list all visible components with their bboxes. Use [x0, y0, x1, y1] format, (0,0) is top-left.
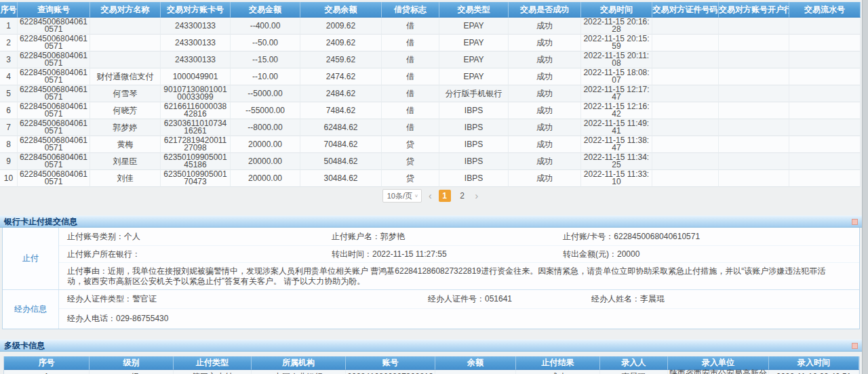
column-header-account: 账号	[346, 356, 435, 370]
column-header-entry-unit: 录入单位	[668, 356, 769, 370]
table-cell	[719, 119, 789, 136]
table-cell: 2022-11-15 20:11:08	[581, 51, 652, 68]
table-cell	[789, 35, 861, 51]
pagination-bar: 10条/页 ∨ ‹ 1 2 ›	[0, 187, 862, 205]
table-cell: 2022-11-15 11:34:25	[581, 153, 652, 170]
field-row: 经办人证件类型：警官证 经办人证件号：051641 经办人姓名：李晨琨	[59, 290, 859, 308]
multicard-section-title: 多级卡信息	[4, 340, 45, 352]
table-cell: 成功	[509, 68, 581, 85]
table-cell	[719, 35, 789, 51]
table-cell	[652, 51, 719, 68]
table-row: 96228450068040610571刘星臣62350109905001451…	[0, 153, 861, 170]
page-size-select[interactable]: 10条/页 ∨	[382, 189, 422, 203]
field-reason: 止付事由：近期，我单位在接报刘妮被骗警情中，发现涉案人员利用贵单位相关账户 曹鸿…	[67, 266, 840, 287]
table-cell: 243300133	[161, 18, 231, 35]
table-cell: 成功	[509, 35, 581, 51]
table-cell: 刘星臣	[90, 153, 161, 170]
field-bank: 止付账户所在银行：	[67, 249, 332, 260]
field-account-name: 止付账户名：郭梦艳	[332, 231, 563, 243]
table-cell: 6	[0, 102, 18, 119]
table-row: 16228450068040610571243300133--400.00200…	[0, 18, 861, 35]
table-cell: 成功	[516, 370, 600, 374]
table-cell	[719, 51, 789, 68]
table-cell: 贷	[382, 170, 439, 187]
next-page-arrow[interactable]: ›	[474, 190, 480, 202]
table-cell: 贷	[382, 153, 439, 170]
page-button-2[interactable]: 2	[456, 190, 469, 202]
table-cell: 6228450068040610571	[18, 51, 90, 68]
table-cell: 成功	[509, 153, 581, 170]
table-row: 26228450068040610571243300133--50.002409…	[0, 35, 861, 51]
table-cell: IBPS	[439, 136, 509, 153]
field-row: 止付账户所在银行： 转出时间：2022-11-15 11:27:55 转出金额(…	[59, 245, 859, 262]
field-operator-phone: 经办人电话：029-86755430	[67, 313, 859, 325]
column-header-balance: 余额	[435, 356, 516, 370]
table-cell	[652, 68, 719, 85]
table-row: 106228450068040610571刘佳62350109905001704…	[0, 170, 861, 187]
field-out-time: 转出时间：2022-11-15 11:27:55	[332, 249, 563, 260]
table-cell	[652, 119, 719, 136]
table-cell: 2022-11-15 11:49:41	[581, 119, 652, 136]
multicard-section-header: 多级卡信息	[0, 339, 862, 352]
table-cell	[90, 51, 161, 68]
table-cell: 8	[0, 136, 18, 153]
table-cell	[789, 68, 861, 85]
table-cell: 20000.00	[231, 136, 300, 153]
table-cell: --55000.00	[231, 102, 300, 119]
column-header-stop-result: 止付结果	[516, 356, 600, 370]
table-cell: 62484.62	[300, 119, 382, 136]
multicard-table: 序号 级别 止付类型 所属机构 账号 余额 止付结果 录入人 录入单位 录入时间…	[3, 356, 860, 374]
column-header-seq: 序号	[4, 356, 90, 370]
collapse-icon[interactable]	[852, 219, 858, 225]
vertical-scrollbar[interactable]	[862, 0, 868, 374]
table-cell: IBPS	[439, 119, 509, 136]
column-header-counterparty-name: 交易对方名称	[90, 2, 161, 18]
chevron-down-icon: ∨	[414, 193, 418, 198]
field-operator-cert-no: 经办人证件号：051641	[428, 293, 591, 305]
table-cell: 成功	[509, 136, 581, 153]
table-cell: 50484.62	[300, 153, 382, 170]
table-cell: 243300133	[161, 51, 231, 68]
table-cell	[719, 85, 789, 102]
table-cell: 4	[0, 68, 18, 85]
table-cell	[719, 136, 789, 153]
table-cell: --5000.00	[231, 85, 300, 102]
field-row: 经办人电话：029-86755430	[59, 308, 859, 329]
page-button-1[interactable]: 1	[439, 190, 451, 202]
column-header-serial-no: 交易流水号	[789, 2, 861, 18]
table-cell: 6228450068040610571	[18, 153, 90, 170]
table-cell	[652, 18, 719, 35]
column-header-level: 级别	[90, 356, 174, 370]
stop-payment-section-header: 银行卡止付提交信息	[0, 215, 862, 228]
table-cell: 成功	[509, 51, 581, 68]
collapse-icon[interactable]	[852, 343, 858, 349]
table-cell: --15.00	[231, 51, 300, 68]
table-cell: 2022-11-15 20:15:59	[581, 35, 652, 51]
table-cell: 30484.62	[300, 170, 382, 187]
table-cell: 借	[382, 35, 439, 51]
column-header-counterparty-id: 交易对方证件号码	[652, 2, 719, 18]
field-row: 止付账号类别：个人 止付账户名：郭梦艳 止付账/卡号：6228450068040…	[59, 228, 859, 245]
table-cell: 何雪琴	[90, 85, 161, 102]
table-cell: 10	[0, 170, 18, 187]
app-window: 序号 查询账号 交易对方名称 交易对方账卡号 交易金额 交易余额 借贷标志 交易…	[0, 0, 868, 374]
table-cell: 借	[382, 119, 439, 136]
prev-page-arrow[interactable]: ‹	[427, 190, 433, 202]
table-cell: 6235010990500145186	[161, 153, 231, 170]
column-header-query-account: 查询账号	[18, 2, 90, 18]
multicard-header-row: 序号 级别 止付类型 所属机构 账号 余额 止付结果 录入人 录入单位 录入时间	[4, 356, 859, 370]
table-cell	[789, 85, 861, 102]
table-cell: 6230361101073416261	[161, 119, 231, 136]
table-cell: 2	[0, 35, 18, 51]
table-cell	[789, 102, 861, 119]
table-cell	[90, 18, 161, 35]
table-cell: 2409.62	[300, 35, 382, 51]
column-header-entry-time: 录入时间	[769, 356, 859, 370]
table-cell: --400.00	[231, 18, 300, 35]
table-cell	[719, 153, 789, 170]
table-cell: 黄梅	[90, 136, 161, 153]
column-header-type: 交易类型	[439, 2, 509, 18]
table-cell: --8000.00	[231, 119, 300, 136]
table-cell	[789, 119, 861, 136]
table-cell: 20000.00	[231, 153, 300, 170]
